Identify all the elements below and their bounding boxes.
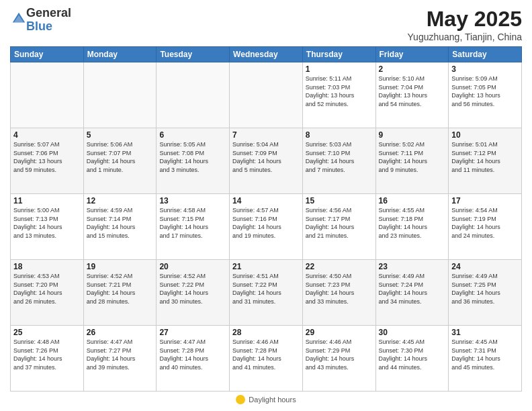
calendar-table: SundayMondayTuesdayWednesdayThursdayFrid… bbox=[10, 46, 522, 392]
logo-general: General bbox=[26, 6, 71, 19]
title-block: May 2025 Yuguzhuang, Tianjin, China bbox=[408, 7, 522, 42]
logo-icon bbox=[11, 11, 26, 26]
day-number: 31 bbox=[451, 328, 519, 337]
day-number: 10 bbox=[451, 130, 519, 140]
day-info: Sunrise: 4:52 AM Sunset: 7:21 PM Dayligh… bbox=[87, 272, 154, 306]
calendar-week-5: 25Sunrise: 4:48 AM Sunset: 7:26 PM Dayli… bbox=[11, 326, 522, 392]
calendar-header-friday: Friday bbox=[375, 47, 449, 62]
day-number: 11 bbox=[13, 196, 81, 205]
day-number: 4 bbox=[13, 130, 81, 140]
day-number: 17 bbox=[451, 196, 519, 205]
day-number: 24 bbox=[451, 262, 519, 271]
day-info: Sunrise: 5:03 AM Sunset: 7:10 PM Dayligh… bbox=[306, 140, 373, 174]
calendar-week-2: 4Sunrise: 5:07 AM Sunset: 7:06 PM Daylig… bbox=[11, 128, 522, 194]
calendar-header-wednesday: Wednesday bbox=[230, 47, 303, 62]
day-info: Sunrise: 5:05 AM Sunset: 7:08 PM Dayligh… bbox=[159, 140, 226, 174]
day-number: 21 bbox=[232, 262, 300, 271]
day-info: Sunrise: 4:45 AM Sunset: 7:31 PM Dayligh… bbox=[451, 338, 519, 371]
day-info: Sunrise: 4:46 AM Sunset: 7:29 PM Dayligh… bbox=[306, 338, 373, 371]
day-number: 23 bbox=[379, 262, 446, 271]
day-info: Sunrise: 5:01 AM Sunset: 7:12 PM Dayligh… bbox=[451, 140, 519, 174]
calendar-cell: 19Sunrise: 4:52 AM Sunset: 7:21 PM Dayli… bbox=[83, 260, 157, 326]
day-number: 12 bbox=[87, 196, 154, 205]
calendar-cell: 1Sunrise: 5:11 AM Sunset: 7:03 PM Daylig… bbox=[302, 62, 375, 128]
day-info: Sunrise: 5:02 AM Sunset: 7:11 PM Dayligh… bbox=[379, 140, 446, 174]
day-number: 6 bbox=[159, 130, 226, 140]
calendar-header-row: SundayMondayTuesdayWednesdayThursdayFrid… bbox=[11, 47, 522, 62]
calendar-week-3: 11Sunrise: 5:00 AM Sunset: 7:13 PM Dayli… bbox=[11, 194, 522, 260]
day-number: 9 bbox=[379, 130, 446, 140]
day-number: 15 bbox=[306, 196, 373, 205]
page: General Blue May 2025 Yuguzhuang, Tianji… bbox=[0, 0, 532, 411]
day-number: 19 bbox=[87, 262, 154, 271]
day-number: 2 bbox=[379, 64, 446, 74]
subtitle: Yuguzhuang, Tianjin, China bbox=[408, 32, 522, 42]
day-info: Sunrise: 4:48 AM Sunset: 7:26 PM Dayligh… bbox=[13, 338, 81, 371]
day-info: Sunrise: 4:57 AM Sunset: 7:16 PM Dayligh… bbox=[232, 206, 300, 240]
calendar-cell: 12Sunrise: 4:59 AM Sunset: 7:14 PM Dayli… bbox=[83, 194, 157, 260]
calendar-cell: 14Sunrise: 4:57 AM Sunset: 7:16 PM Dayli… bbox=[230, 194, 303, 260]
calendar-cell: 22Sunrise: 4:50 AM Sunset: 7:23 PM Dayli… bbox=[302, 260, 375, 326]
calendar-cell: 10Sunrise: 5:01 AM Sunset: 7:12 PM Dayli… bbox=[449, 128, 522, 194]
calendar-cell: 4Sunrise: 5:07 AM Sunset: 7:06 PM Daylig… bbox=[11, 128, 84, 194]
calendar-header-thursday: Thursday bbox=[302, 47, 375, 62]
day-number: 1 bbox=[306, 64, 373, 74]
calendar-cell: 8Sunrise: 5:03 AM Sunset: 7:10 PM Daylig… bbox=[302, 128, 375, 194]
day-number: 29 bbox=[306, 328, 373, 337]
logo-blue: Blue bbox=[26, 19, 52, 33]
day-info: Sunrise: 5:06 AM Sunset: 7:07 PM Dayligh… bbox=[87, 140, 154, 174]
day-number: 16 bbox=[379, 196, 446, 205]
day-info: Sunrise: 4:47 AM Sunset: 7:28 PM Dayligh… bbox=[159, 338, 226, 371]
calendar-cell: 23Sunrise: 4:49 AM Sunset: 7:24 PM Dayli… bbox=[375, 260, 449, 326]
calendar-cell: 30Sunrise: 4:45 AM Sunset: 7:30 PM Dayli… bbox=[375, 326, 449, 392]
day-info: Sunrise: 4:54 AM Sunset: 7:19 PM Dayligh… bbox=[451, 206, 519, 240]
day-number: 30 bbox=[379, 328, 446, 337]
logo-text: General Blue bbox=[26, 7, 71, 34]
calendar-cell: 6Sunrise: 5:05 AM Sunset: 7:08 PM Daylig… bbox=[157, 128, 230, 194]
calendar-cell: 21Sunrise: 4:51 AM Sunset: 7:22 PM Dayli… bbox=[230, 260, 303, 326]
calendar-header-tuesday: Tuesday bbox=[157, 47, 230, 62]
daylight-label: Daylight hours bbox=[249, 396, 296, 404]
calendar-cell: 26Sunrise: 4:47 AM Sunset: 7:27 PM Dayli… bbox=[83, 326, 157, 392]
day-number: 28 bbox=[232, 328, 300, 337]
calendar-cell bbox=[230, 62, 303, 128]
calendar-week-1: 1Sunrise: 5:11 AM Sunset: 7:03 PM Daylig… bbox=[11, 62, 522, 128]
day-info: Sunrise: 4:53 AM Sunset: 7:20 PM Dayligh… bbox=[13, 272, 81, 306]
day-info: Sunrise: 4:56 AM Sunset: 7:17 PM Dayligh… bbox=[306, 206, 373, 240]
footer: Daylight hours bbox=[10, 392, 522, 404]
day-info: Sunrise: 4:58 AM Sunset: 7:15 PM Dayligh… bbox=[159, 206, 226, 240]
calendar-cell: 16Sunrise: 4:55 AM Sunset: 7:18 PM Dayli… bbox=[375, 194, 449, 260]
day-info: Sunrise: 5:04 AM Sunset: 7:09 PM Dayligh… bbox=[232, 140, 300, 174]
calendar-header-sunday: Sunday bbox=[11, 47, 84, 62]
day-number: 20 bbox=[159, 262, 226, 271]
day-info: Sunrise: 4:51 AM Sunset: 7:22 PM Dayligh… bbox=[232, 272, 300, 306]
calendar-cell: 17Sunrise: 4:54 AM Sunset: 7:19 PM Dayli… bbox=[449, 194, 522, 260]
calendar-cell: 24Sunrise: 4:49 AM Sunset: 7:25 PM Dayli… bbox=[449, 260, 522, 326]
day-info: Sunrise: 4:46 AM Sunset: 7:28 PM Dayligh… bbox=[232, 338, 300, 371]
day-info: Sunrise: 4:59 AM Sunset: 7:14 PM Dayligh… bbox=[87, 206, 154, 240]
calendar-cell: 20Sunrise: 4:52 AM Sunset: 7:22 PM Dayli… bbox=[157, 260, 230, 326]
calendar-cell: 28Sunrise: 4:46 AM Sunset: 7:28 PM Dayli… bbox=[230, 326, 303, 392]
calendar-header-saturday: Saturday bbox=[449, 47, 522, 62]
calendar-week-4: 18Sunrise: 4:53 AM Sunset: 7:20 PM Dayli… bbox=[11, 260, 522, 326]
calendar-cell: 27Sunrise: 4:47 AM Sunset: 7:28 PM Dayli… bbox=[157, 326, 230, 392]
calendar-cell bbox=[11, 62, 84, 128]
day-info: Sunrise: 4:47 AM Sunset: 7:27 PM Dayligh… bbox=[87, 338, 154, 371]
calendar-cell: 25Sunrise: 4:48 AM Sunset: 7:26 PM Dayli… bbox=[11, 326, 84, 392]
day-info: Sunrise: 4:49 AM Sunset: 7:25 PM Dayligh… bbox=[451, 272, 519, 306]
day-number: 14 bbox=[232, 196, 300, 205]
day-number: 7 bbox=[232, 130, 300, 140]
calendar-cell: 13Sunrise: 4:58 AM Sunset: 7:15 PM Dayli… bbox=[157, 194, 230, 260]
calendar-cell: 7Sunrise: 5:04 AM Sunset: 7:09 PM Daylig… bbox=[230, 128, 303, 194]
day-info: Sunrise: 5:00 AM Sunset: 7:13 PM Dayligh… bbox=[13, 206, 81, 240]
calendar-cell: 31Sunrise: 4:45 AM Sunset: 7:31 PM Dayli… bbox=[449, 326, 522, 392]
calendar-cell: 9Sunrise: 5:02 AM Sunset: 7:11 PM Daylig… bbox=[375, 128, 449, 194]
day-number: 22 bbox=[306, 262, 373, 271]
calendar-cell: 5Sunrise: 5:06 AM Sunset: 7:07 PM Daylig… bbox=[83, 128, 157, 194]
day-info: Sunrise: 4:50 AM Sunset: 7:23 PM Dayligh… bbox=[306, 272, 373, 306]
day-info: Sunrise: 4:49 AM Sunset: 7:24 PM Dayligh… bbox=[379, 272, 446, 306]
calendar-cell: 18Sunrise: 4:53 AM Sunset: 7:20 PM Dayli… bbox=[11, 260, 84, 326]
day-number: 27 bbox=[159, 328, 226, 337]
sun-icon bbox=[236, 395, 245, 404]
calendar-cell bbox=[83, 62, 157, 128]
